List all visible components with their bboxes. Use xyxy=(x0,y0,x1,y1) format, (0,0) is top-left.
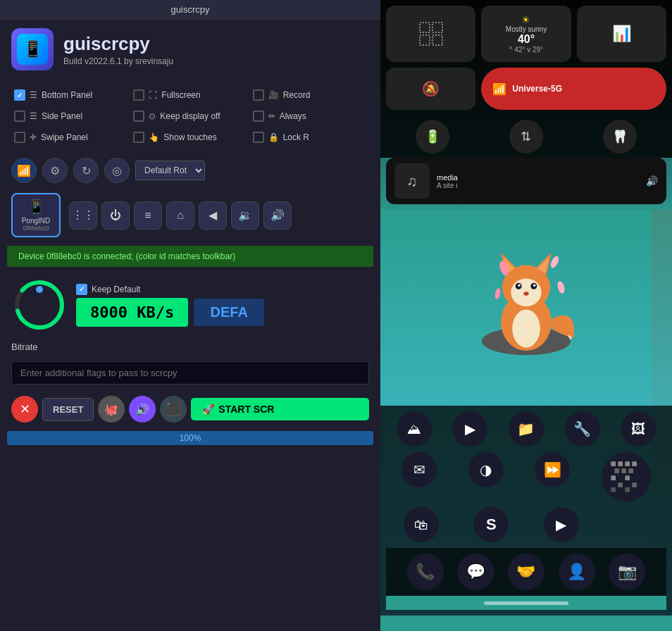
svg-point-22 xyxy=(549,255,561,269)
bitrate-value-row: 8000 KB/s DEFA xyxy=(76,298,264,327)
checkbox-side-panel[interactable] xyxy=(14,111,25,122)
app-icon-store[interactable]: 🛍 xyxy=(404,507,439,542)
qs-tile-chart[interactable]: 📊 xyxy=(577,6,666,62)
dots-button[interactable]: ⋮⋮ xyxy=(69,201,97,230)
qs-tile-network[interactable]: 📶 Universe-5G xyxy=(481,68,666,110)
checkbox-always[interactable] xyxy=(253,111,264,122)
close-button[interactable]: ✕ xyxy=(11,396,38,423)
progress-bar: 100% xyxy=(7,431,373,445)
svg-rect-36 xyxy=(611,487,616,492)
checkbox-keep-display-off[interactable] xyxy=(133,111,144,122)
qs-tile-weather[interactable]: ☀ Mostly sunny 40° ^ 42° v 29° xyxy=(481,6,571,62)
app-row-3: 🛍 S ▶ xyxy=(386,507,666,542)
app-icon-gallery[interactable]: 🖼 xyxy=(621,411,656,446)
volume-up-button[interactable]: 🔊 xyxy=(263,201,292,230)
app-icon-files[interactable]: 📁 xyxy=(509,411,544,446)
refresh-button[interactable]: ↻ xyxy=(73,158,99,183)
wifi-icon: 📶 xyxy=(17,164,31,177)
media-art: ♫ xyxy=(394,163,430,199)
qs-battery-icon[interactable]: 🔋 xyxy=(416,120,449,154)
app-icon-forward[interactable]: ⏩ xyxy=(535,452,570,487)
option-keep-display-off[interactable]: ⊙ Keep display off xyxy=(130,107,249,125)
device-tab[interactable]: 📱 PongIND 0f88ebc0 xyxy=(11,193,61,237)
record-icon: 🎥 xyxy=(268,90,279,100)
checkbox-lock-r[interactable] xyxy=(253,132,264,143)
codec-label: DEFA xyxy=(194,299,264,326)
dock-phone[interactable]: 📞 xyxy=(407,554,444,590)
weather-label: Mostly sunny xyxy=(506,25,547,33)
svg-rect-27 xyxy=(625,461,630,466)
weather-icon: ☀ xyxy=(521,14,530,25)
dock-messages[interactable]: 💬 xyxy=(457,554,494,590)
rotation-dropdown[interactable]: Default Rot xyxy=(135,161,205,180)
app-row-1: ⛰ ▶ 📁 🔧 🖼 xyxy=(386,411,666,446)
dock-contacts[interactable]: 👤 xyxy=(559,554,595,590)
github-button[interactable]: 🐙 xyxy=(98,396,125,423)
grid-icon xyxy=(417,20,445,48)
option-bottom-panel[interactable]: ☰ Bottom Panel xyxy=(11,86,130,104)
app-icon-tools[interactable]: 🔧 xyxy=(565,411,600,446)
device-phone-icon: 📱 xyxy=(27,199,45,215)
qr-button[interactable]: ⬛ xyxy=(160,396,187,423)
dock-camera[interactable]: 📷 xyxy=(609,554,645,590)
app-icon-youtube[interactable]: ▶ xyxy=(544,507,579,542)
left-panel: guiscrcpy 📱 guiscrcpy Build v2022.6.1 by… xyxy=(0,0,380,631)
reset-button[interactable]: RESET xyxy=(42,398,94,421)
flags-input[interactable] xyxy=(11,361,369,385)
app-subtitle: Build v2022.6.1 by srevinsaju xyxy=(63,56,173,66)
bitrate-knob[interactable] xyxy=(11,277,68,333)
media-volume-icon[interactable]: 🔊 xyxy=(646,175,658,187)
start-label: START SCR xyxy=(218,404,274,415)
menu-button[interactable]: ≡ xyxy=(134,201,162,230)
option-swipe-panel[interactable]: ✛ Swipe Panel xyxy=(11,128,130,146)
bitrate-controls: Keep Default 8000 KB/s DEFA xyxy=(76,284,264,327)
app-icon-circle[interactable]: ◑ xyxy=(468,452,504,487)
checkbox-fullscreen[interactable] xyxy=(133,89,144,101)
qs-tile-mute[interactable]: 🔕 xyxy=(386,68,475,110)
svg-rect-6 xyxy=(433,35,442,45)
github-icon: 🐙 xyxy=(104,403,118,416)
svg-rect-30 xyxy=(621,468,626,473)
app-icon-mail[interactable]: ✉ xyxy=(402,452,437,487)
qs-transfer-icon[interactable]: ⇅ xyxy=(509,120,543,154)
start-button[interactable]: 🚀 START SCR xyxy=(191,398,369,420)
fullscreen-icon: ⛶ xyxy=(149,90,157,100)
settings-button[interactable]: ⚙ xyxy=(42,158,68,183)
option-record[interactable]: 🎥 Record xyxy=(250,86,369,104)
checkbox-keep-default[interactable] xyxy=(76,284,87,295)
audio-button[interactable]: 🔊 xyxy=(129,396,156,423)
app-icon-maps[interactable]: ⛰ xyxy=(397,411,432,446)
qs-bluetooth-icon[interactable]: 🦷 xyxy=(603,120,637,154)
status-bar: Device 0f88ebc0 is connected; (color id … xyxy=(7,246,373,267)
app-icon-pixel[interactable] xyxy=(602,452,651,501)
device-name: PongIND xyxy=(22,217,51,225)
svg-point-9 xyxy=(512,310,540,348)
option-lock-r[interactable]: 🔒 Lock R xyxy=(250,128,369,146)
target-button[interactable]: ◎ xyxy=(104,158,130,183)
app-icon-s[interactable]: S xyxy=(473,507,509,542)
dock-share[interactable]: 🤝 xyxy=(508,554,545,590)
checkbox-swipe-panel[interactable] xyxy=(14,132,25,143)
option-fullscreen[interactable]: ⛶ Fullscreen xyxy=(130,86,249,104)
checkbox-bottom-panel[interactable] xyxy=(14,89,25,101)
power-button[interactable]: ⏻ xyxy=(101,201,130,230)
qs-tile-grid[interactable] xyxy=(386,6,475,62)
action-buttons: ✕ RESET 🐙 🔊 ⬛ 🚀 START SCR xyxy=(0,390,380,428)
wifi-button[interactable]: 📶 xyxy=(11,158,37,183)
volume-down-button[interactable]: 🔉 xyxy=(231,201,259,230)
app-icon-play[interactable]: ▶ xyxy=(452,411,487,446)
keep-default-label: Keep Default xyxy=(92,285,140,294)
checkbox-record[interactable] xyxy=(253,89,264,101)
toolbar-icons: 📶 ⚙ ↻ ◎ Default Rot xyxy=(0,154,380,187)
bitrate-value: 8000 KB/s xyxy=(76,298,188,327)
option-show-touches[interactable]: 👆 Show touches xyxy=(130,128,249,146)
option-side-panel[interactable]: ☰ Side Panel xyxy=(11,107,130,125)
svg-point-2 xyxy=(36,286,43,293)
back-button[interactable]: ◀ xyxy=(199,201,227,230)
pixel-art-icon xyxy=(609,459,644,494)
option-always[interactable]: ✏ Always xyxy=(250,107,369,125)
home-bar xyxy=(484,601,568,605)
svg-point-20 xyxy=(523,292,528,295)
checkbox-show-touches[interactable] xyxy=(133,132,144,143)
home-button[interactable]: ⌂ xyxy=(166,201,194,230)
